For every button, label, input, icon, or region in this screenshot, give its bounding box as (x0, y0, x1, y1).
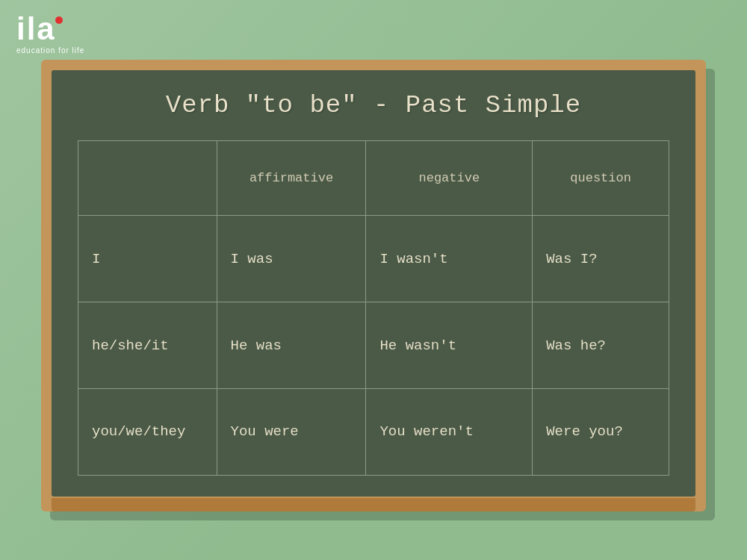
table-row: II wasI wasn'tWas I? (78, 216, 669, 302)
table-cell-r0-c2: I wasn't (366, 216, 533, 302)
table-row: he/she/itHe wasHe wasn'tWas he? (78, 302, 669, 389)
table-header-affirmative: affirmative (217, 141, 366, 216)
logo: ila education for life (16, 13, 84, 55)
board-title: Verb "to be" - Past Simple (166, 91, 582, 119)
logo-text: ila (16, 11, 56, 46)
table-cell-r0-c3: Was I? (533, 216, 669, 302)
chalkboard-frame: Verb "to be" - Past Simple affirmativene… (41, 60, 706, 511)
logo-dot (55, 16, 63, 24)
chalk-tray (52, 498, 695, 511)
table-header-question: question (533, 141, 669, 216)
board-surface: Verb "to be" - Past Simple affirmativene… (52, 70, 695, 497)
table-cell-r2-c3: Were you? (533, 388, 669, 475)
table-cell-r2-c1: You were (217, 388, 366, 475)
table-cell-r2-c0: you/we/they (78, 388, 217, 475)
table-header-empty (78, 141, 217, 216)
table-cell-r0-c1: I was (217, 216, 366, 302)
table-row: you/we/theyYou wereYou weren'tWere you? (78, 388, 669, 475)
table-cell-r1-c3: Was he? (533, 302, 669, 389)
table-cell-r1-c2: He wasn't (366, 302, 533, 389)
table-cell-r1-c0: he/she/it (78, 302, 217, 389)
logo-tagline: education for life (16, 46, 84, 55)
table-header-negative: negative (366, 141, 533, 216)
table-cell-r0-c0: I (78, 216, 217, 302)
grammar-table: affirmativenegativequestionII wasI wasn'… (78, 140, 669, 476)
table-cell-r1-c1: He was (217, 302, 366, 389)
chalkboard-wrapper: Verb "to be" - Past Simple affirmativene… (41, 60, 706, 511)
table-cell-r2-c2: You weren't (366, 388, 533, 475)
